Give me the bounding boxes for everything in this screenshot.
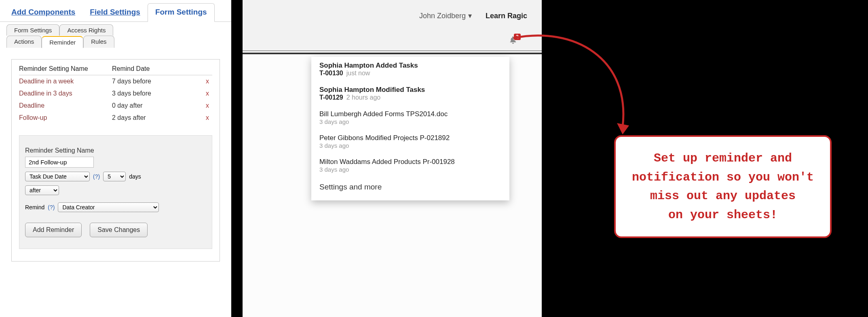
- table-row: Deadline in a week 7 days before x: [19, 75, 212, 87]
- notification-title: Bill Lumbergh Added Forms TPS2014.doc: [319, 110, 501, 118]
- reminder-name[interactable]: Deadline in 3 days: [19, 90, 112, 97]
- user-name-label: John Zoidberg: [419, 12, 466, 20]
- save-changes-button[interactable]: Save Changes: [90, 223, 148, 237]
- delete-icon[interactable]: x: [203, 78, 212, 85]
- reminder-settings-container: Reminder Setting Name Remind Date Deadli…: [11, 59, 220, 262]
- reminder-name[interactable]: Deadline: [19, 102, 112, 109]
- table-row: Deadline 0 day after x: [19, 100, 212, 112]
- tab-field-settings[interactable]: Field Settings: [82, 4, 148, 21]
- help-icon[interactable]: (?): [48, 204, 55, 211]
- top-tabs: Add Components Field Settings Form Setti…: [0, 0, 231, 22]
- sub-tabs-row2: Actions Reminder Rules: [0, 36, 231, 48]
- caret-down-icon: ▾: [468, 11, 472, 20]
- tab-add-components[interactable]: Add Components: [4, 4, 82, 21]
- reminder-form: Reminder Setting Name Task Due Date (?) …: [19, 135, 212, 249]
- table-row: Follow-up 2 days after x: [19, 112, 212, 124]
- notification-subline: T-001292 hours ago: [319, 94, 501, 101]
- label-reminder-name: Reminder Setting Name: [25, 147, 206, 154]
- subtab-actions[interactable]: Actions: [6, 36, 42, 48]
- remind-target-select[interactable]: Data Creator: [58, 202, 159, 212]
- learn-link[interactable]: Learn Ragic: [486, 12, 527, 20]
- delete-icon[interactable]: x: [203, 114, 212, 121]
- user-menu[interactable]: John Zoidberg ▾: [419, 11, 472, 20]
- before-after-select[interactable]: after: [25, 185, 59, 195]
- sub-tabs-row1: Form Settings Access Rights: [0, 22, 231, 36]
- notification-time: 3 days ago: [319, 118, 501, 125]
- notification-title: Sophia Hampton Modified Tasks: [319, 86, 501, 94]
- notification-item[interactable]: Sophia Hampton Modified Tasks T-001292 h…: [311, 81, 509, 105]
- reminder-date: 2 days after: [112, 114, 203, 121]
- app-topbar: John Zoidberg ▾ Learn Ragic 2: [243, 0, 542, 51]
- reminder-table-header: Reminder Setting Name Remind Date: [19, 65, 212, 75]
- app-notifications-area: John Zoidberg ▾ Learn Ragic 2 Sophia Ham…: [243, 0, 542, 317]
- delete-icon[interactable]: x: [203, 102, 212, 109]
- notification-item[interactable]: Sophia Hampton Added Tasks T-00130just n…: [311, 57, 509, 81]
- col-header-name: Reminder Setting Name: [19, 65, 112, 72]
- reminder-date: 7 days before: [112, 78, 203, 85]
- label-days: days: [129, 173, 141, 180]
- reminder-name[interactable]: Deadline in a week: [19, 78, 112, 85]
- days-select[interactable]: 5: [103, 172, 126, 181]
- notification-title: Milton Waddams Added Products Pr-001928: [319, 158, 501, 166]
- callout-annotation: Set up reminder and notification so you …: [614, 135, 832, 238]
- subtab-form-settings[interactable]: Form Settings: [6, 24, 59, 36]
- reminder-date: 3 days before: [112, 90, 203, 97]
- subtab-reminder[interactable]: Reminder: [42, 36, 83, 48]
- bell-icon: 2: [509, 36, 517, 47]
- notification-subline: T-00130just now: [319, 70, 501, 77]
- form-settings-panel: Add Components Field Settings Form Setti…: [0, 0, 231, 317]
- svg-marker-0: [617, 123, 629, 134]
- notifications-dropdown: Sophia Hampton Added Tasks T-00130just n…: [311, 57, 509, 200]
- notifications-button[interactable]: 2: [509, 36, 517, 47]
- notification-item[interactable]: Bill Lumbergh Added Forms TPS2014.doc 3 …: [311, 105, 509, 129]
- help-icon[interactable]: (?): [93, 173, 100, 180]
- reminder-name-input[interactable]: [25, 157, 94, 168]
- reminder-name[interactable]: Follow-up: [19, 114, 112, 121]
- add-reminder-button[interactable]: Add Reminder: [25, 223, 82, 237]
- subtab-rules[interactable]: Rules: [83, 36, 114, 48]
- reminder-date: 0 day after: [112, 102, 203, 109]
- notifications-settings-link[interactable]: Settings and more: [311, 177, 509, 200]
- delete-icon[interactable]: x: [203, 90, 212, 97]
- col-header-date: Remind Date: [112, 65, 212, 72]
- table-row: Deadline in 3 days 3 days before x: [19, 87, 212, 100]
- notification-time: 3 days ago: [319, 166, 501, 173]
- notification-badge: 2: [513, 33, 521, 40]
- callout-text: Set up reminder and notification so you …: [625, 149, 820, 224]
- notification-title: Sophia Hampton Added Tasks: [319, 62, 501, 70]
- subtab-access-rights[interactable]: Access Rights: [59, 24, 113, 36]
- notification-time: 3 days ago: [319, 142, 501, 149]
- notification-item[interactable]: Peter Gibbons Modified Projects P-021892…: [311, 129, 509, 153]
- user-block: John Zoidberg ▾ Learn Ragic: [419, 11, 527, 20]
- notification-item[interactable]: Milton Waddams Added Products Pr-001928 …: [311, 153, 509, 177]
- notification-title: Peter Gibbons Modified Projects P-021892: [319, 134, 501, 142]
- tab-form-settings[interactable]: Form Settings: [148, 3, 215, 22]
- label-remind: Remind: [25, 204, 44, 211]
- date-field-select[interactable]: Task Due Date: [25, 172, 90, 181]
